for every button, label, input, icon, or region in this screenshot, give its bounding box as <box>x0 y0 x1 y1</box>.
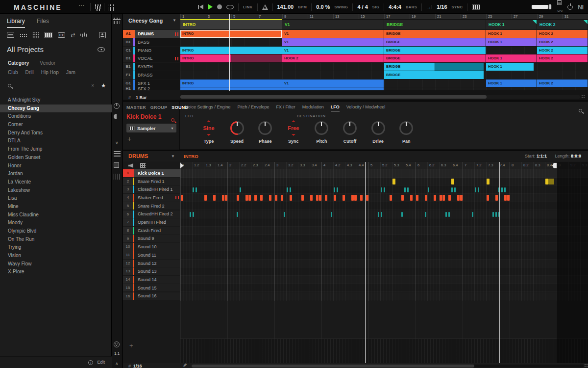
note-event[interactable] <box>213 195 216 201</box>
note-event[interactable] <box>548 179 554 184</box>
swing-value[interactable]: 0.0 % <box>316 4 330 10</box>
master-volume-slider[interactable] <box>532 5 552 9</box>
note-event[interactable] <box>401 195 404 201</box>
clip-intro[interactable]: INTRO <box>180 54 231 62</box>
note-event[interactable] <box>222 195 224 201</box>
sound-row-11[interactable]: 11Sound 11 <box>123 251 180 259</box>
sound-row-7[interactable]: 7OpenHH Fired <box>123 218 180 226</box>
plugin-chain-icon[interactable] <box>114 114 119 119</box>
note-event[interactable] <box>472 212 473 217</box>
clip-v1[interactable]: V1 <box>282 38 384 46</box>
sound-row-3[interactable]: 3ClosedHH Fired 1 <box>123 185 180 193</box>
mute-speaker-icon[interactable] <box>128 163 133 168</box>
follow-playhead-button[interactable]: → <box>426 4 432 10</box>
note-event[interactable] <box>392 179 395 184</box>
arranger-track-synth[interactable]: BRIDGEHOOK 1 <box>180 63 588 71</box>
note-event[interactable] <box>442 195 445 201</box>
note-grid[interactable] <box>180 169 588 301</box>
sounds-filter-icon[interactable] <box>20 31 27 38</box>
note-event[interactable] <box>460 195 463 201</box>
bars-position-value[interactable]: 4:4:4 <box>389 4 401 10</box>
tab-files[interactable]: Files <box>37 18 49 28</box>
note-event[interactable] <box>334 187 335 192</box>
group-row-a1[interactable]: A1DRUMS <box>123 30 180 38</box>
project-item[interactable]: A Midnight Sky <box>0 96 112 105</box>
section-v1[interactable]: V1 <box>282 20 384 29</box>
note-event[interactable] <box>190 212 191 217</box>
note-event[interactable] <box>181 195 183 201</box>
add-lane-button[interactable]: + <box>129 342 133 349</box>
sound-row-15[interactable]: 15Sound 15 <box>123 284 180 292</box>
note-event[interactable] <box>290 187 291 192</box>
note-event[interactable] <box>351 195 354 201</box>
velocity-lane[interactable] <box>180 339 588 363</box>
sound-row-16[interactable]: 16Sound 16 <box>123 292 180 300</box>
arranger-ruler[interactable]: 135791113151719212325272931 <box>180 14 588 19</box>
eye-icon[interactable] <box>98 47 105 52</box>
project-item[interactable]: DTLA <box>0 137 112 145</box>
knob-pitch[interactable] <box>315 121 328 135</box>
note-event[interactable] <box>475 187 476 192</box>
section-bridge[interactable]: BRIDGE <box>384 20 486 29</box>
arranger-track-bass[interactable]: V1BRIDGEHOOK 1HOOK 2 <box>180 38 588 46</box>
section-intro[interactable]: INTRO <box>180 20 282 29</box>
fx-filter-icon[interactable]: FX <box>58 31 65 38</box>
note-event[interactable] <box>319 195 321 201</box>
note-event[interactable] <box>260 195 263 201</box>
project-item[interactable]: Olympic Blvd <box>0 227 112 236</box>
sound-row-12[interactable]: 12Sound 12 <box>123 260 180 267</box>
selector-up-arrow[interactable] <box>292 120 295 122</box>
metronome-button[interactable] <box>262 4 268 10</box>
project-item[interactable]: On The Run <box>0 236 112 244</box>
note-event[interactable] <box>378 212 379 217</box>
clip-untitled[interactable] <box>435 63 484 71</box>
note-event[interactable] <box>290 195 292 201</box>
loops-filter-icon[interactable]: ⇄ <box>71 31 75 38</box>
note-event[interactable] <box>487 179 490 184</box>
project-item[interactable]: Cheesy Gang <box>0 105 112 113</box>
channel-settings-icon[interactable] <box>114 18 120 24</box>
note-event[interactable] <box>193 212 194 217</box>
group-row-h1[interactable]: H1SFX 2 <box>123 87 180 90</box>
tag-drill[interactable]: Drill <box>25 70 34 75</box>
note-event[interactable] <box>504 187 506 192</box>
audio-engine-power-button[interactable] <box>567 4 573 10</box>
project-item[interactable]: Corner <box>0 121 112 129</box>
note-event[interactable] <box>457 195 460 201</box>
tab-library[interactable]: Library <box>7 18 25 28</box>
tag-hip-hop[interactable]: Hip Hop <box>41 70 59 75</box>
sound-row-13[interactable]: 13Sound 13 <box>123 267 180 275</box>
step-grid-setting[interactable]: #1/16 <box>128 364 142 368</box>
section-hook-1[interactable]: HOOK 1 <box>486 20 537 29</box>
pattern-name[interactable]: INTRO <box>184 154 198 159</box>
note-event[interactable] <box>196 187 197 192</box>
group-row-e1[interactable]: E1SYNTH <box>123 63 180 71</box>
note-event[interactable] <box>204 195 207 201</box>
note-event[interactable] <box>325 195 327 201</box>
note-event[interactable] <box>495 212 497 217</box>
resize-grip[interactable] <box>584 364 588 368</box>
note-event[interactable] <box>384 187 385 192</box>
filter-tab-category[interactable]: Category <box>8 60 29 66</box>
clip-bridge[interactable]: BRIDGE <box>384 71 484 79</box>
arranger-track-drums[interactable]: INTROV1BRIDGEHOOK 1HOOK 2 <box>180 30 588 38</box>
note-event[interactable] <box>237 195 239 201</box>
selector-down-arrow[interactable] <box>207 134 211 136</box>
note-event[interactable] <box>440 195 442 201</box>
project-item[interactable]: Derry And Toms <box>0 129 112 137</box>
sound-row-4[interactable]: 4Shaker Fired <box>123 194 180 202</box>
groups-filter-icon[interactable] <box>32 31 39 38</box>
device-dropdown[interactable]: Sampler ▼ <box>126 124 176 132</box>
volume-handle[interactable] <box>549 4 551 9</box>
selector-value-sync[interactable]: Free <box>279 125 308 131</box>
clip-hook-1[interactable]: HOOK 1 <box>486 54 537 62</box>
project-item[interactable]: La Vicente <box>0 178 112 186</box>
note-event[interactable] <box>237 212 238 217</box>
project-item[interactable]: Mine <box>0 203 112 211</box>
velocity-lane-toggle[interactable]: 1:1 <box>114 351 120 356</box>
clip-hook-2[interactable]: HOOK 2 <box>537 47 588 54</box>
clip-intro[interactable]: INTRO <box>180 30 282 38</box>
macro-dial-icon[interactable] <box>114 103 120 109</box>
selector-value-type[interactable]: Sine <box>194 125 223 131</box>
sound-row-5[interactable]: 5Snare Fired 2 <box>123 202 180 210</box>
